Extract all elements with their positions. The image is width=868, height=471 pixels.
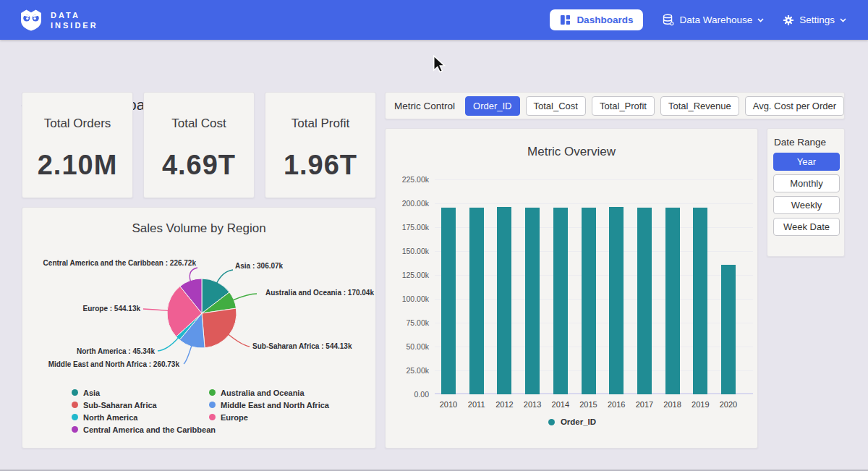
owl-logo-icon bbox=[19, 8, 43, 33]
x-axis-tick-label: 2015 bbox=[574, 400, 603, 409]
bar-chart-title: Metric Overview bbox=[386, 145, 757, 159]
metric-option-button[interactable]: Total_Cost bbox=[526, 96, 586, 116]
pie-chart-title: Sales Volume by Region bbox=[22, 221, 375, 236]
x-axis-tick-label: 2020 bbox=[714, 400, 743, 409]
callout-label: Asia : 306.07k bbox=[235, 262, 283, 270]
chevron-down-icon bbox=[757, 18, 764, 22]
legend-dot bbox=[72, 426, 78, 433]
date-range-title: Date Range bbox=[774, 137, 844, 148]
legend-item[interactable]: Central America and the Caribbean bbox=[72, 423, 216, 436]
y-axis-tick-label: 0.00 bbox=[386, 390, 429, 399]
pie-leader-line bbox=[158, 338, 178, 351]
gridline bbox=[435, 179, 753, 180]
legend-dot bbox=[209, 414, 216, 420]
callout-label: North America : 45.34k bbox=[77, 347, 155, 355]
metric-option-button[interactable]: Total_Revenue bbox=[660, 96, 739, 116]
legend-item[interactable]: Sub-Saharan Africa bbox=[72, 399, 216, 411]
bar[interactable] bbox=[665, 208, 680, 394]
chevron-down-icon bbox=[840, 18, 846, 22]
x-axis-tick-label: 2018 bbox=[658, 400, 687, 409]
y-axis-tick-label: 100.00k bbox=[386, 294, 429, 303]
kpi-card: Total Orders2.10M bbox=[22, 92, 133, 198]
bar-chart-plot bbox=[435, 179, 753, 394]
nav-settings-label: Settings bbox=[799, 14, 835, 25]
callout-label: Middle East and North Africa : 260.73k bbox=[48, 360, 179, 368]
bar[interactable] bbox=[721, 265, 736, 394]
kpi-label: Total Cost bbox=[171, 116, 226, 131]
bar[interactable] bbox=[469, 208, 484, 394]
date-range-option-button[interactable]: Monthly bbox=[773, 174, 840, 192]
legend-label: Sub-Saharan Africa bbox=[83, 401, 157, 410]
nav-settings-menu[interactable]: Settings bbox=[783, 14, 846, 26]
metric-option-button[interactable]: Avg. Cost per Order bbox=[745, 96, 844, 116]
legend-item[interactable]: Middle East and North Africa bbox=[209, 399, 329, 411]
bar[interactable] bbox=[693, 208, 707, 394]
callout-label: Europe : 544.13k bbox=[83, 305, 140, 313]
bar[interactable] bbox=[497, 207, 511, 394]
top-navbar: DATA INSIDER Dashboards D bbox=[0, 0, 868, 40]
y-axis-tick-label: 25.00k bbox=[386, 366, 429, 375]
pie-leader-line bbox=[229, 334, 250, 347]
legend-item[interactable]: Australia and Oceania bbox=[209, 386, 329, 399]
metric-option-button[interactable]: Total_Profit bbox=[592, 96, 655, 116]
y-axis-tick-label: 75.00k bbox=[386, 318, 429, 327]
legend-dot bbox=[209, 402, 216, 408]
y-axis-tick-label: 225.00k bbox=[386, 175, 429, 184]
page-header: Sales Dashboard Add Filter Boost: Off bbox=[0, 40, 868, 88]
y-axis-tick-label: 175.00k bbox=[386, 223, 429, 232]
nav-dashboards-button[interactable]: Dashboards bbox=[550, 9, 643, 30]
pie-chart: Asia : 306.07k Australia and Oceania : 1… bbox=[22, 244, 377, 386]
bar[interactable] bbox=[609, 207, 624, 394]
pie-leader-line bbox=[143, 309, 168, 310]
legend-dot bbox=[209, 389, 216, 396]
date-range-option-button[interactable]: Year bbox=[773, 153, 840, 171]
legend-label: Australia and Oceania bbox=[221, 389, 305, 397]
legend-dot bbox=[72, 414, 78, 420]
bar[interactable] bbox=[525, 208, 540, 394]
metric-control-label: Metric Control bbox=[394, 101, 455, 111]
bar[interactable] bbox=[582, 208, 596, 394]
metric-option-button[interactable]: Order_ID bbox=[465, 96, 519, 116]
pie-slice[interactable] bbox=[202, 308, 237, 348]
kpi-value: 1.96T bbox=[284, 150, 357, 181]
date-range-panel: Date Range YearMonthlyWeeklyWeek Date bbox=[767, 128, 845, 257]
legend-label: Central America and the Caribbean bbox=[83, 425, 216, 434]
legend-item[interactable]: North America bbox=[72, 411, 216, 423]
nav-data-warehouse-label: Data Warehouse bbox=[679, 14, 752, 25]
brand-logo[interactable]: DATA INSIDER bbox=[19, 8, 98, 33]
y-axis-tick-label: 150.00k bbox=[386, 247, 429, 255]
gridline bbox=[435, 203, 753, 204]
x-axis-tick-label: 2014 bbox=[546, 400, 575, 409]
app-window: DATA INSIDER Dashboards D bbox=[0, 0, 868, 471]
kpi-card: Total Profit1.96T bbox=[265, 92, 376, 198]
kpi-card: Total Cost4.69T bbox=[143, 92, 255, 198]
legend-dot bbox=[72, 402, 78, 408]
legend-label: Europe bbox=[221, 413, 248, 422]
bar[interactable] bbox=[441, 208, 456, 394]
nav-data-warehouse-menu[interactable]: Data Warehouse bbox=[662, 14, 764, 26]
bar-chart-card: Metric Overview 0.0025.00k50.00k75.00k10… bbox=[385, 128, 758, 449]
legend-dot bbox=[72, 389, 78, 396]
x-axis-tick-label: 2012 bbox=[490, 400, 519, 409]
date-range-option-button[interactable]: Weekly bbox=[773, 196, 840, 214]
brand-text: DATA INSIDER bbox=[51, 10, 98, 30]
legend-item[interactable]: Asia bbox=[72, 386, 216, 399]
bar[interactable] bbox=[553, 208, 568, 394]
pie-leader-line bbox=[217, 270, 233, 283]
x-axis-tick-label: 2013 bbox=[518, 400, 547, 409]
legend-label: Order_ID bbox=[561, 417, 596, 426]
bar[interactable] bbox=[637, 208, 652, 394]
legend-label: Asia bbox=[83, 389, 100, 397]
date-range-option-button[interactable]: Week Date bbox=[773, 218, 840, 236]
bar-chart-legend[interactable]: Order_ID bbox=[386, 417, 759, 426]
legend-item[interactable]: Europe bbox=[209, 411, 329, 423]
metric-control-bar: Metric Control Order_IDTotal_CostTotal_P… bbox=[385, 92, 845, 119]
gear-icon bbox=[783, 14, 794, 26]
callout-label: Central America and the Caribbean : 226.… bbox=[43, 259, 196, 267]
database-icon bbox=[662, 14, 674, 26]
y-axis-tick-label: 50.00k bbox=[386, 342, 429, 351]
kpi-value: 4.69T bbox=[162, 150, 236, 181]
nav-dashboards-label: Dashboards bbox=[576, 14, 633, 25]
callout-label: Australia and Oceania : 170.04k bbox=[265, 289, 374, 297]
kpi-value: 2.10M bbox=[38, 150, 118, 181]
